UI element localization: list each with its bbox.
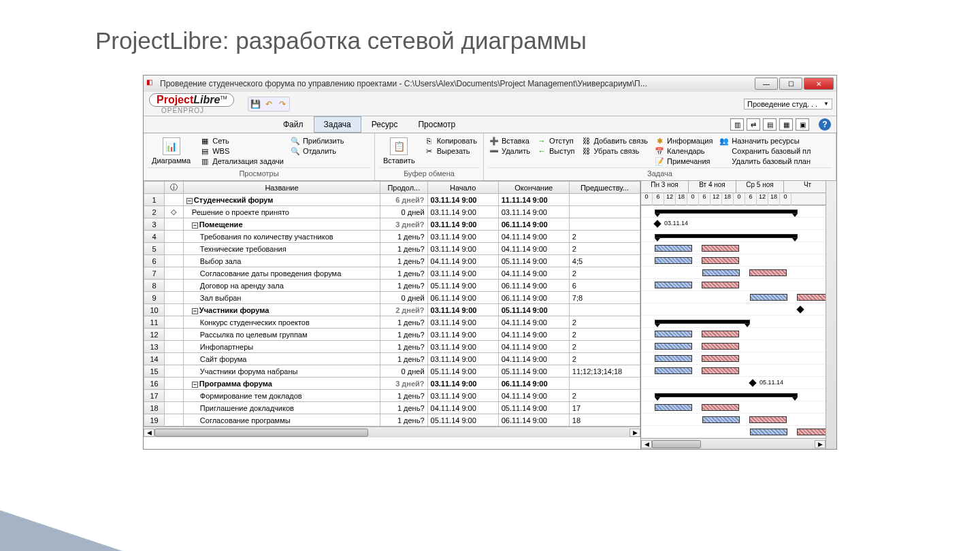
info-icon: ✱	[655, 136, 664, 146]
save-icon[interactable]: 💾	[250, 99, 261, 110]
remove-link-button[interactable]: ⛓Убрать связь	[580, 146, 649, 156]
table-row[interactable]: 9Зал выбран0 дней06.11.14 9:0006.11.14 9…	[144, 292, 640, 304]
diagram-button[interactable]: 📊Диаграмма	[148, 136, 195, 166]
view-network-icon[interactable]: ⇄	[747, 118, 760, 131]
paste-icon: 📋	[390, 137, 408, 155]
calendar-button[interactable]: 📅Календарь	[653, 146, 714, 156]
group-clipboard-label: Буфер обмена	[379, 167, 479, 178]
col-rownum[interactable]	[144, 182, 165, 194]
openproj-label: OPENPROJ	[161, 107, 234, 114]
table-row[interactable]: 7Согласование даты проведения форума1 де…	[144, 267, 640, 280]
app-window: ◧ Проведение студенческого форума по упр…	[143, 75, 837, 450]
close-button[interactable]: ✕	[804, 78, 834, 90]
outdent-button[interactable]: ←Выступ	[536, 146, 576, 156]
group-task-label: Задача	[488, 167, 832, 178]
table-row[interactable]: 10−Участники форума2 дней?03.11.14 9:000…	[144, 304, 640, 316]
col-pred[interactable]: Предшеству...	[569, 182, 640, 194]
calendar-icon: 📅	[655, 146, 664, 156]
insert-button[interactable]: ➕Вставка	[488, 136, 532, 146]
table-row[interactable]: 16−Программа форума3 дней?03.11.14 9:000…	[144, 378, 640, 390]
scroll-right-icon[interactable]: ▶	[815, 440, 826, 448]
info-button[interactable]: ✱Информация	[653, 136, 714, 146]
table-row[interactable]: 19Согласование программы1 день?05.11.14 …	[144, 414, 640, 427]
minimize-button[interactable]: —	[755, 78, 778, 90]
clear-baseline-button[interactable]: Удалить базовый план	[718, 156, 812, 166]
table-row[interactable]: 4Требования по количеству участников1 де…	[144, 231, 640, 243]
table-row[interactable]: 3−Помещение3 дней?03.11.14 9:0006.11.14 …	[144, 218, 640, 231]
view-usage-icon[interactable]: ▦	[779, 118, 793, 131]
table-row[interactable]: 11Конкурс студенческих проектов1 день?03…	[144, 316, 640, 329]
indent-icon: →	[537, 136, 546, 146]
view-gantt-icon[interactable]: ▥	[730, 118, 744, 131]
undo-icon[interactable]: ↶	[263, 99, 274, 110]
slide-title: ProjectLibre: разработка сетевой диаграм…	[95, 27, 932, 54]
task-detail-button[interactable]: ▥Детализация задачи	[199, 156, 285, 166]
col-finish[interactable]: Окончание	[498, 182, 569, 194]
vscroll[interactable]	[826, 181, 836, 449]
minus-icon: ➖	[489, 146, 499, 156]
copy-icon: ⎘	[425, 136, 434, 146]
plus-icon: ➕	[489, 136, 499, 146]
baseline-icon	[719, 146, 729, 156]
quick-access-toolbar: 💾 ↶ ↷	[248, 97, 290, 112]
table-row[interactable]: 13Инфопартнеры1 день?03.11.14 9:0004.11.…	[144, 341, 640, 353]
tab-resource[interactable]: Ресурс	[361, 116, 408, 133]
table-row[interactable]: 6Выбор зала1 день?04.11.14 9:0005.11.14 …	[144, 255, 640, 267]
zoom-in-button[interactable]: 🔍Приблизить	[289, 136, 346, 146]
view-report-icon[interactable]: ▣	[796, 118, 809, 131]
table-row[interactable]: 2◇Решение о проекте принято0 дней03.11.1…	[144, 206, 640, 218]
tab-view[interactable]: Просмотр	[408, 116, 466, 133]
cut-button[interactable]: ✂Вырезать	[423, 146, 478, 156]
link-icon: ⛓	[581, 136, 591, 146]
maximize-button[interactable]: ☐	[779, 78, 802, 90]
col-name[interactable]: Название	[183, 182, 380, 194]
tab-task[interactable]: Задача	[314, 116, 361, 133]
table-row[interactable]: 8Договор на аренду зала1 день?05.11.14 9…	[144, 280, 640, 292]
outdent-icon: ←	[537, 146, 546, 156]
wbs-button[interactable]: ▤WBS	[199, 146, 285, 156]
assign-resources-button[interactable]: 👥Назначить ресурсы	[718, 136, 812, 146]
gantt-hscroll[interactable]: ◀ ▶	[641, 438, 826, 449]
paste-button[interactable]: 📋Вставить	[379, 136, 419, 166]
save-baseline-button[interactable]: Сохранить базовый пл	[718, 146, 812, 156]
view-wbs-icon[interactable]: ▤	[763, 118, 777, 131]
tab-bar: Файл Задача Ресурс Просмотр ▥ ⇄ ▤ ▦ ▣ ?	[144, 116, 836, 133]
notes-button[interactable]: 📝Примечания	[653, 156, 714, 166]
col-indicator[interactable]: ⓘ	[165, 182, 184, 194]
app-icon: ◧	[146, 78, 157, 89]
help-button[interactable]: ?	[819, 118, 831, 131]
task-table[interactable]: ⓘ Название Продол... Начало Окончание Пр…	[144, 181, 640, 427]
network-icon: ▦	[200, 136, 210, 146]
table-row[interactable]: 15Участники форума набраны0 дней05.11.14…	[144, 365, 640, 378]
scroll-left-icon[interactable]: ◀	[641, 440, 652, 448]
table-row[interactable]: 17Формирование тем докладов1 день?03.11.…	[144, 390, 640, 402]
table-row[interactable]: 1−Студенческий форум6 дней?03.11.14 9:00…	[144, 194, 640, 206]
cut-icon: ✂	[425, 146, 434, 156]
detail-icon: ▥	[200, 156, 210, 166]
copy-button[interactable]: ⎘Копировать	[423, 136, 478, 146]
table-row[interactable]: 12Рассылка по целевым группам1 день?03.1…	[144, 329, 640, 341]
table-hscroll[interactable]: ◀ ▶	[144, 427, 640, 437]
table-row[interactable]: 14Сайт форума1 день?03.11.14 9:0004.11.1…	[144, 353, 640, 365]
group-views-label: Просмотры	[148, 167, 370, 178]
wbs-icon: ▤	[200, 146, 210, 156]
table-row[interactable]: 5Технические требования1 день?03.11.14 9…	[144, 243, 640, 255]
redo-icon[interactable]: ↷	[277, 99, 288, 110]
logo: ProjectLibreTM OPENPROJ	[144, 92, 240, 116]
col-start[interactable]: Начало	[427, 182, 498, 194]
ribbon: 📊Диаграмма ▦Сеть ▤WBS ▥Детализация задач…	[144, 133, 836, 181]
delete-button[interactable]: ➖Удалить	[488, 146, 532, 156]
col-duration[interactable]: Продол...	[380, 182, 427, 194]
zoom-out-button[interactable]: 🔍Отдалить	[289, 146, 346, 156]
scroll-right-icon[interactable]: ▶	[630, 429, 640, 437]
indent-button[interactable]: →Отступ	[536, 136, 576, 146]
network-button[interactable]: ▦Сеть	[199, 136, 285, 146]
add-link-button[interactable]: ⛓Добавить связь	[580, 136, 649, 146]
unlink-icon: ⛓	[581, 146, 591, 156]
table-row[interactable]: 18Приглашение докладчиков1 день?04.11.14…	[144, 402, 640, 414]
tab-file[interactable]: Файл	[273, 116, 314, 133]
gantt-icon: 📊	[163, 137, 180, 155]
scroll-left-icon[interactable]: ◀	[144, 429, 154, 437]
project-dropdown[interactable]: Проведение студ. . .	[744, 99, 832, 110]
gantt-chart[interactable]: 03.11.1405.11.14	[641, 205, 826, 438]
